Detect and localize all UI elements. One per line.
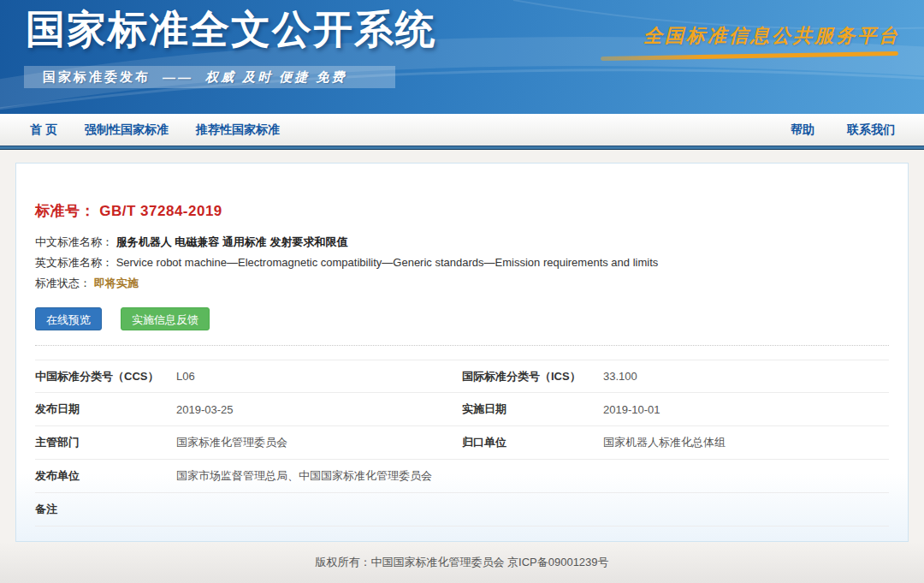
publish-date-value: 2019-03-25 [176, 403, 234, 416]
table-cell: 实施日期 2019-10-01 [462, 402, 889, 417]
standard-detail-card: 标准号： GB/T 37284-2019 中文标准名称： 服务机器人 电磁兼容 … [15, 163, 909, 542]
table-cell: 中国标准分类号（CCS） L06 [35, 369, 462, 384]
table-cell: 主管部门 国家标准化管理委员会 [35, 435, 462, 450]
publish-date-label: 发布日期 [35, 402, 176, 417]
table-cell: 备注 [35, 502, 889, 517]
platform-link[interactable]: 全国标准信息公共服务平台 [643, 23, 900, 49]
action-buttons: 在线预览 实施信息反馈 [35, 307, 889, 330]
standard-meta: 中文标准名称： 服务机器人 电磁兼容 通用标准 发射要求和限值 英文标准名称： … [35, 232, 889, 294]
table-row: 发布日期 2019-03-25 实施日期 2019-10-01 [35, 393, 889, 426]
table-cell: 发布日期 2019-03-25 [35, 402, 462, 417]
nav-item-home[interactable]: 首 页 [30, 122, 57, 138]
standard-number-value: GB/T 37284-2019 [99, 203, 222, 219]
status-row: 标准状态： 即将实施 [35, 273, 889, 294]
centralized-unit-value: 国家机器人标准化总体组 [603, 435, 726, 450]
en-name-value: Service robot machine—Electromagnetic co… [116, 256, 659, 269]
slogan-motto: 权威 及时 便捷 免费 [205, 69, 347, 86]
ccs-value: L06 [176, 370, 195, 383]
nav-left-group: 首 页 强制性国家标准 推荐性国家标准 [30, 122, 280, 138]
cn-name-value: 服务机器人 电磁兼容 通用标准 发射要求和限值 [116, 235, 348, 248]
nav-bottom-stripe [0, 146, 924, 150]
table-row: 备注 [35, 493, 889, 526]
online-preview-button[interactable]: 在线预览 [35, 307, 102, 330]
nav-right-group: 帮助 联系我们 [791, 122, 898, 138]
dotted-divider [35, 345, 889, 346]
centralized-unit-label: 归口单位 [462, 435, 603, 450]
copyright-text: 版权所有：中国国家标准化管理委员会 京ICP备09001239号 [315, 555, 608, 570]
status-label: 标准状态： [35, 277, 91, 289]
implement-date-value: 2019-10-01 [603, 403, 660, 416]
table-row: 中国标准分类号（CCS） L06 国际标准分类号（ICS） 33.100 [35, 360, 889, 393]
table-cell: 发布单位 国家市场监督管理总局、中国国家标准化管理委员会 [35, 468, 889, 484]
implementation-feedback-button[interactable]: 实施信息反馈 [121, 307, 210, 330]
table-row: 主管部门 国家标准化管理委员会 归口单位 国家机器人标准化总体组 [35, 426, 889, 460]
table-cell: 国际标准分类号（ICS） 33.100 [462, 369, 889, 384]
site-slogan: 国家标准委发布 —— 权威 及时 便捷 免费 [24, 66, 395, 88]
publishing-unit-label: 发布单位 [35, 468, 176, 484]
nav-item-contact[interactable]: 联系我们 [847, 122, 895, 138]
cn-name-label: 中文标准名称： [35, 235, 113, 248]
ics-label: 国际标准分类号（ICS） [462, 369, 603, 384]
authority-label: 主管部门 [35, 435, 176, 450]
en-name-row: 英文标准名称： Service robot machine—Electromag… [35, 253, 889, 273]
slogan-publisher: 国家标准委发布 [43, 69, 151, 86]
nav-item-mandatory-standards[interactable]: 强制性国家标准 [85, 122, 169, 138]
authority-value: 国家标准化管理委员会 [176, 435, 287, 450]
nav-item-recommended-standards[interactable]: 推荐性国家标准 [196, 122, 280, 138]
nav-item-help[interactable]: 帮助 [791, 122, 814, 138]
status-badge: 即将实施 [94, 277, 139, 289]
site-header: 国家标准全文公开系统 国家标准委发布 —— 权威 及时 便捷 免费 全国标准信息… [0, 0, 924, 114]
implement-date-label: 实施日期 [462, 402, 603, 417]
standard-number-label: 标准号： [35, 203, 95, 219]
en-name-label: 英文标准名称： [35, 256, 113, 269]
standard-number-heading: 标准号： GB/T 37284-2019 [35, 201, 889, 218]
remarks-label: 备注 [35, 502, 176, 517]
table-row: 发布单位 国家市场监督管理总局、中国国家标准化管理委员会 [35, 460, 889, 493]
ics-value: 33.100 [603, 370, 637, 383]
main-nav: 首 页 强制性国家标准 推荐性国家标准 帮助 联系我们 [0, 114, 924, 146]
page-footer: 版权所有：中国国家标准化管理委员会 京ICP备09001239号 [0, 542, 924, 583]
table-cell: 归口单位 国家机器人标准化总体组 [462, 435, 889, 450]
standard-info-table: 中国标准分类号（CCS） L06 国际标准分类号（ICS） 33.100 发布日… [35, 360, 889, 526]
ccs-label: 中国标准分类号（CCS） [35, 369, 176, 384]
cn-name-row: 中文标准名称： 服务机器人 电磁兼容 通用标准 发射要求和限值 [35, 232, 889, 253]
site-title: 国家标准全文公开系统 [26, 3, 436, 57]
publishing-unit-value: 国家市场监督管理总局、中国国家标准化管理委员会 [176, 468, 432, 484]
slogan-dash: —— [163, 70, 193, 85]
